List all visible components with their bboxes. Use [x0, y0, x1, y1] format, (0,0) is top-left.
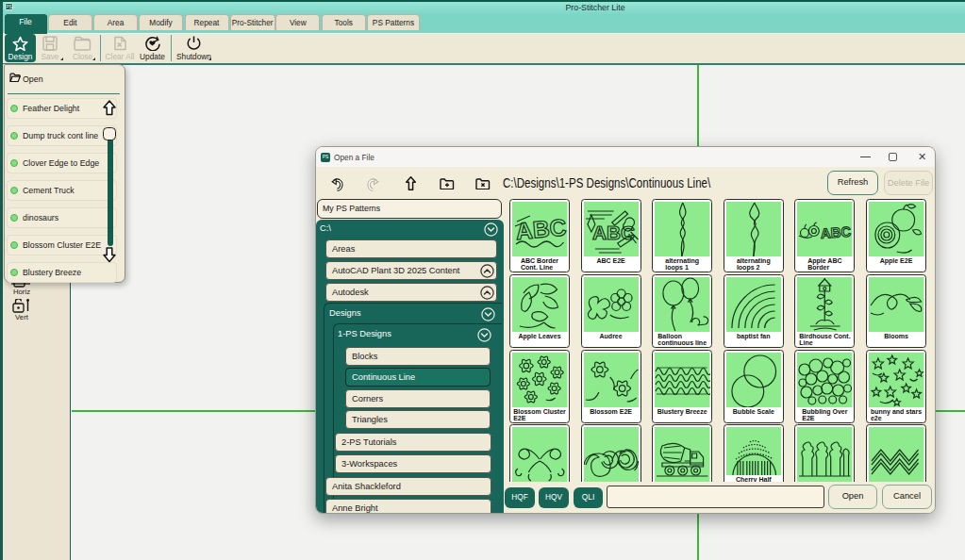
- svg-text:ABC: ABC: [821, 223, 853, 241]
- svg-text:Design: Design: [8, 52, 33, 61]
- svg-text:ABC: ABC: [515, 213, 568, 244]
